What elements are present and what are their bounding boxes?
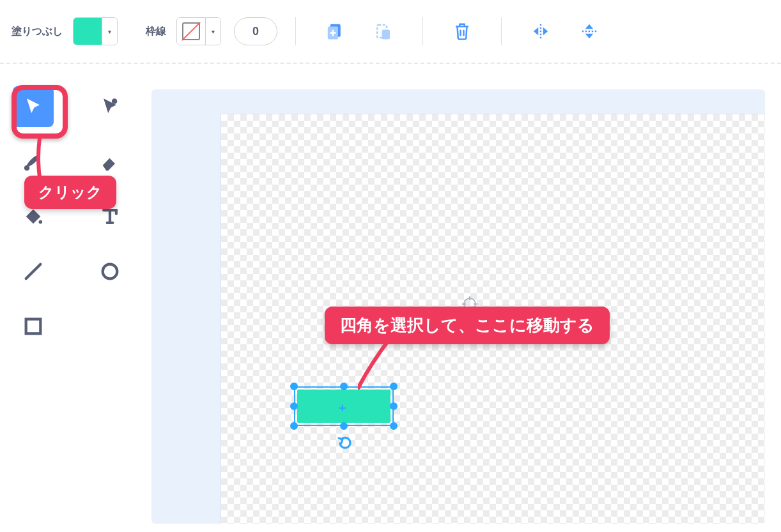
paint-toolbar: 塗りつぶし ▾ 枠線 ▾ bbox=[0, 0, 781, 64]
resize-handle[interactable] bbox=[390, 402, 398, 410]
selection-crosshair-icon: + bbox=[339, 401, 346, 416]
eraser-icon bbox=[99, 151, 121, 172]
annotation-leader-line bbox=[36, 138, 43, 178]
svg-point-8 bbox=[103, 264, 118, 279]
svg-rect-3 bbox=[382, 30, 390, 40]
text-icon bbox=[99, 206, 121, 227]
annotation-click-label: クリック bbox=[24, 176, 116, 209]
rectangle-tool[interactable] bbox=[13, 306, 54, 347]
reshape-cursor-icon bbox=[99, 96, 121, 118]
resize-handle[interactable] bbox=[340, 422, 348, 430]
chevron-down-icon: ▾ bbox=[102, 17, 117, 45]
trash-icon bbox=[452, 22, 472, 41]
fill-label: 塗りつぶし bbox=[12, 25, 63, 38]
divider bbox=[501, 17, 502, 45]
divider bbox=[422, 17, 423, 45]
flip-horizontal-button[interactable] bbox=[527, 18, 554, 45]
rotate-handle-icon[interactable] bbox=[337, 434, 355, 452]
select-tool[interactable] bbox=[13, 86, 54, 127]
line-tool[interactable] bbox=[13, 251, 54, 292]
line-icon bbox=[22, 261, 44, 282]
arrow-cursor-icon bbox=[22, 96, 44, 118]
paste-button[interactable] bbox=[370, 18, 397, 45]
stroke-label: 枠線 bbox=[146, 25, 166, 38]
fill-color-picker[interactable]: ▾ bbox=[73, 17, 118, 45]
resize-handle[interactable] bbox=[390, 422, 398, 430]
circle-tool[interactable] bbox=[89, 251, 130, 292]
delete-button[interactable] bbox=[449, 18, 476, 45]
svg-point-6 bbox=[24, 165, 30, 171]
annotation-leader-line bbox=[358, 338, 409, 390]
chevron-down-icon: ▾ bbox=[205, 17, 220, 45]
stroke-color-picker[interactable]: ▾ bbox=[176, 17, 221, 45]
circle-icon bbox=[99, 261, 121, 282]
stroke-swatch bbox=[177, 17, 205, 45]
reshape-tool[interactable] bbox=[89, 86, 130, 127]
paste-icon bbox=[374, 22, 393, 41]
square-icon bbox=[22, 315, 44, 337]
stroke-width-input[interactable] bbox=[234, 17, 277, 45]
fill-swatch bbox=[73, 17, 102, 45]
svg-point-5 bbox=[112, 98, 118, 104]
flip-vertical-icon bbox=[580, 22, 599, 41]
resize-handle[interactable] bbox=[290, 402, 298, 410]
flip-vertical-button[interactable] bbox=[576, 18, 603, 45]
paint-bucket-icon bbox=[22, 206, 44, 227]
tool-palette bbox=[13, 86, 141, 357]
copy-icon bbox=[325, 22, 344, 41]
copy-button[interactable] bbox=[321, 18, 348, 45]
resize-handle[interactable] bbox=[290, 383, 298, 390]
flip-horizontal-icon bbox=[531, 22, 550, 41]
resize-handle[interactable] bbox=[340, 383, 348, 390]
resize-handle[interactable] bbox=[290, 422, 298, 430]
svg-rect-9 bbox=[26, 319, 41, 334]
svg-point-7 bbox=[39, 220, 43, 224]
divider bbox=[295, 17, 296, 45]
